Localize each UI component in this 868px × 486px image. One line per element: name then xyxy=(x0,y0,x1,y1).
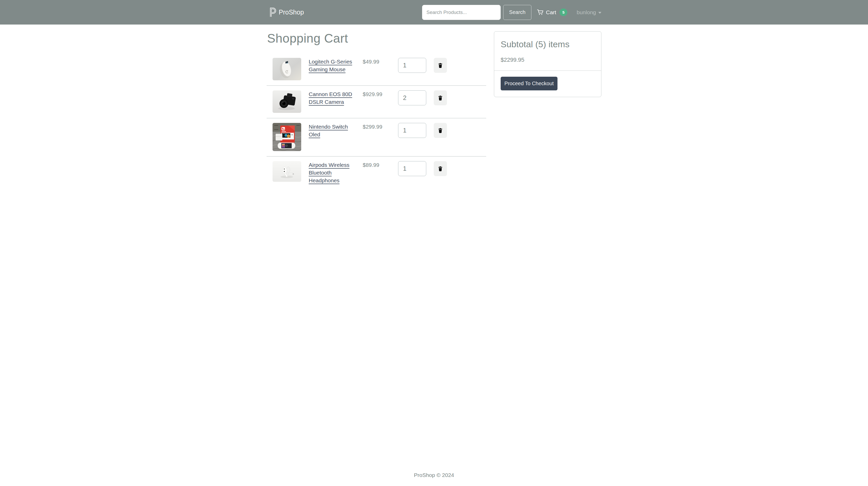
quantity-input[interactable] xyxy=(398,123,426,138)
proshop-logo-icon xyxy=(269,7,276,18)
summary-column: Subtotal (5) items $2299.95 Proceed To C… xyxy=(494,31,601,97)
caret-down-icon xyxy=(598,12,601,14)
search-form: Search xyxy=(422,5,531,20)
product-name-link[interactable]: Logitech G-Series Gaming Mouse xyxy=(309,59,352,72)
product-image-link[interactable] xyxy=(273,58,301,80)
product-photo xyxy=(273,58,301,80)
cart-item-row: Nintendo Switch Oled $299.99 xyxy=(267,118,486,156)
quantity-input[interactable] xyxy=(398,58,426,73)
quantity-input[interactable] xyxy=(398,161,426,176)
cart-label: Cart xyxy=(546,9,556,15)
cart-item-row: Cannon EOS 80D DSLR Camera $929.99 xyxy=(267,86,486,118)
product-price: $299.99 xyxy=(363,123,391,130)
trash-icon xyxy=(438,62,443,68)
product-name-cell: Cannon EOS 80D DSLR Camera xyxy=(309,90,355,106)
product-name-link[interactable]: Airpods Wireless Bluetooth Headphones xyxy=(309,162,349,183)
page-title: Shopping Cart xyxy=(267,31,486,45)
product-price: $49.99 xyxy=(363,58,391,65)
summary-top-section: Subtotal (5) items $2299.95 xyxy=(494,32,601,70)
product-name-link[interactable]: Cannon EOS 80D DSLR Camera xyxy=(309,91,352,105)
search-button[interactable]: Search xyxy=(503,5,531,20)
delete-item-button[interactable] xyxy=(434,123,447,138)
proceed-to-checkout-button[interactable]: Proceed To Checkout xyxy=(501,77,557,90)
cart-item-row: Airpods Wireless Bluetooth Headphones $8… xyxy=(267,156,486,189)
product-image-link[interactable] xyxy=(273,123,301,151)
summary-title: Subtotal (5) items xyxy=(501,39,595,49)
footer: ProShop © 2024 xyxy=(0,468,868,486)
product-name-cell: Logitech G-Series Gaming Mouse xyxy=(309,58,355,73)
cart-link[interactable]: Cart 5 xyxy=(537,8,567,16)
product-name-cell: Airpods Wireless Bluetooth Headphones xyxy=(309,161,355,184)
cart-items-list: Logitech G-Series Gaming Mouse $49.99 Ca… xyxy=(267,53,486,189)
user-menu[interactable]: bunlong xyxy=(577,9,601,15)
product-photo xyxy=(273,123,301,151)
header-nav: Cart 5 bunlong xyxy=(537,8,601,16)
header-container: ProShop Search Cart 5 bunlong xyxy=(264,5,604,20)
summary-bottom-section: Proceed To Checkout xyxy=(494,71,601,97)
main-content: Shopping Cart Logitech G-Series Gaming M… xyxy=(264,25,604,468)
product-price: $89.99 xyxy=(363,161,391,168)
user-name: bunlong xyxy=(577,9,596,15)
product-image-link[interactable] xyxy=(273,90,301,113)
product-photo xyxy=(273,90,301,113)
delete-item-button[interactable] xyxy=(434,161,447,176)
header: ProShop Search Cart 5 bunlong xyxy=(0,0,868,25)
shopping-cart-icon xyxy=(537,9,544,15)
product-photo xyxy=(273,161,301,182)
cart-section: Shopping Cart Logitech G-Series Gaming M… xyxy=(267,31,486,189)
delete-item-button[interactable] xyxy=(434,58,447,73)
cart-count-badge: 5 xyxy=(560,8,567,16)
cart-item-row: Logitech G-Series Gaming Mouse $49.99 xyxy=(267,53,486,86)
summary-card: Subtotal (5) items $2299.95 Proceed To C… xyxy=(494,31,601,97)
quantity-input[interactable] xyxy=(398,90,426,105)
summary-subtotal: $2299.95 xyxy=(501,57,595,63)
brand-link[interactable]: ProShop xyxy=(269,7,304,18)
product-name-link[interactable]: Nintendo Switch Oled xyxy=(309,124,348,137)
trash-icon xyxy=(438,165,443,172)
trash-icon xyxy=(438,95,443,101)
delete-item-button[interactable] xyxy=(434,90,447,105)
product-name-cell: Nintendo Switch Oled xyxy=(309,123,355,138)
brand-name: ProShop xyxy=(279,8,304,16)
search-input[interactable] xyxy=(422,5,501,20)
product-price: $929.99 xyxy=(363,90,391,97)
footer-text: ProShop © 2024 xyxy=(414,472,454,478)
trash-icon xyxy=(438,127,443,133)
product-image-link[interactable] xyxy=(273,161,301,182)
